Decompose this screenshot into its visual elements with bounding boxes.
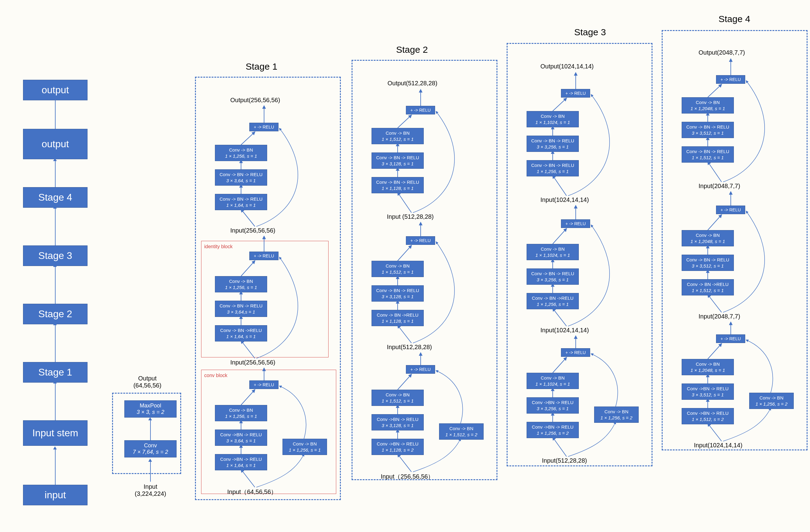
stage4-output: Output(2048,7,7) (699, 49, 745, 56)
s1-b3-c3: Conv -> BN1 × 1,256, s = 1 (215, 145, 267, 161)
s3-mid1: Input(1024,14,14) (540, 327, 589, 334)
overview-stage1: Stage 1 (23, 362, 87, 383)
s2-b2-c2: Conv -> BN -> RELU3 × 3,128, s = 1 (372, 285, 424, 302)
s1-b2-c1: Conv -> BN ->RELU1 × 1,64, s = 1 (215, 325, 267, 342)
stage3-output: Output(1024,14,14) (540, 63, 594, 70)
overview-input-stem: Input stem (23, 420, 87, 446)
s3-b2-c3: Conv -> BN1 × 1,1024, s = 1 (526, 244, 579, 260)
s1-b1-sc: Conv -> BN1 × 1,256, s = 1 (282, 439, 327, 455)
s2-b3-relu: + -> RELU (406, 106, 435, 114)
s4-b1-c3: Conv -> BN1 × 1,2048, s = 1 (682, 359, 734, 375)
s2-mid2: Input (512,28,28) (387, 213, 434, 220)
s3-mid2: Input(1024,14,14) (540, 196, 589, 203)
stem-output-label: Output (64,56,56) (121, 375, 174, 389)
s2-b2-relu: + -> RELU (406, 236, 435, 245)
s3-input: Input(512,28,28) (542, 457, 587, 464)
s1-b2-c2: Conv -> BN -> RELU3 × 3,64,s = 1 (215, 301, 267, 317)
s3-b1-sc: Conv -> BN1 × 1,256, s = 2 (594, 406, 639, 423)
stage3-title: Stage 3 (574, 27, 606, 37)
s3-b3-relu: + -> RELU (561, 89, 590, 98)
s1-mid2: Input(256,56,56) (230, 227, 275, 234)
s1-b1-c2: Conv ->BN -> RELU3 × 3,64, s = 1 (215, 430, 267, 446)
s4-b3-c2: Conv -> BN -> RELU3 × 3,512, s = 1 (682, 122, 734, 138)
stage2-title: Stage 2 (396, 45, 428, 55)
s4-b2-c1: Conv -> BN ->RELU1 × 1,512, s = 1 (682, 279, 734, 296)
stage1-output: Output(256,56,56) (230, 97, 280, 104)
s1-mid1: Input(256,56,56) (230, 359, 275, 366)
s2-b1-c2: Conv ->BN -> RELU3 × 3,128, s = 1 (372, 414, 424, 430)
s4-b1-c1: Conv ->BN -> RELU1 × 1,512, s = 2 (682, 408, 734, 424)
s2-b3-c3: Conv -> BN1 × 1,512, s = 1 (372, 128, 424, 144)
s4-b1-sc: Conv -> BN1 × 1,256, s = 2 (749, 393, 794, 409)
s1-b1-relu: + -> RELU (249, 380, 278, 389)
s4-mid2: Input(2048,7,7) (699, 183, 740, 189)
s4-b3-c1: Conv -> BN -> RELU1 × 1,512, s = 1 (682, 146, 734, 163)
s4-b3-c3: Conv -> BN1 × 1,2048, s = 1 (682, 97, 734, 114)
s4-b1-relu: + -> RELU (716, 334, 745, 343)
s3-b2-c2: Conv -> BN -> RELU3 × 3,256, s = 1 (526, 268, 579, 285)
s1-b3-c2: Conv -> BN -> RELU3 × 3,64, s = 1 (215, 169, 267, 186)
s2-b1-relu: + -> RELU (406, 365, 435, 374)
stem-conv: Conv7 × 7,64, s = 2 (124, 440, 177, 458)
s4-b1-c2: Conv ->BN -> RELU3 × 3,512, s = 1 (682, 383, 734, 400)
s1-b3-relu: + -> RELU (249, 123, 278, 131)
stage2-output: Output(512,28,28) (388, 80, 437, 87)
s1-b2-relu: + -> RELU (249, 252, 278, 260)
s2-b3-c1: Conv -> BN -> RELU1 × 1,128, s = 1 (372, 177, 424, 193)
s3-b1-c1: Conv ->BN -> RELU1 × 1,256, s = 2 (526, 422, 579, 438)
s4-b2-c2: Conv -> BN -> RELU3 × 3,512, s = 1 (682, 255, 734, 271)
s3-b1-relu: + -> RELU (561, 348, 590, 357)
s3-b3-c3: Conv -> BN1 × 1,1024, s = 1 (526, 111, 579, 127)
s4-input: Input(1024,14,14) (694, 442, 743, 449)
s4-b2-relu: + -> RELU (716, 205, 745, 214)
overview-stage3: Stage 3 (23, 246, 87, 266)
overview-stage4: Stage 4 (23, 187, 87, 208)
stem-maxpool: MaxPool3 × 3, s = 2 (124, 400, 177, 418)
s4-mid1: Input(2048,7,7) (699, 313, 740, 320)
s1-b2-c3: Conv -> BN1 × 1,256, s = 1 (215, 276, 267, 293)
stem-input-label: Input (3,224,224) (124, 483, 177, 497)
stage1-title: Stage 1 (246, 61, 277, 72)
s2-b1-sc: Conv -> BN1 × 1,512, s = 2 (439, 423, 484, 440)
s3-b1-c3: Conv -> BN1 × 1,1024, s = 1 (526, 373, 579, 389)
overview-output: output (23, 129, 87, 159)
s4-b2-c3: Conv -> BN1 × 1,2048, s = 1 (682, 230, 734, 246)
s1-b1-c3: Conv -> BN1 × 1,256, s = 1 (215, 405, 267, 421)
s2-b1-c3: Conv -> BN1 × 1,512, s = 1 (372, 389, 424, 406)
s2-mid1: Input(512,28,28) (387, 344, 432, 351)
overview-stage2: Stage 2 (23, 304, 87, 324)
s2-b1-c1: Conv ->BN -> RELU1 × 1,128, s = 2 (372, 439, 424, 455)
s3-b1-c2: Conv ->BN -> RELU3 × 3,256, s = 1 (526, 397, 579, 414)
overview-input: input (23, 485, 87, 505)
s4-b3-relu: + -> RELU (716, 75, 745, 84)
s2-b2-c3: Conv -> BN1 × 1,512, s = 1 (372, 261, 424, 277)
s2-b3-c2: Conv -> BN -> RELU3 × 3,128, s = 1 (372, 152, 424, 169)
s3-b3-c1: Conv -> BN -> RELU1 × 1,256, s = 1 (526, 160, 579, 177)
s3-b2-relu: + -> RELU (561, 219, 590, 228)
s2-b2-c1: Conv -> BN ->RELU1 × 1,128, s = 1 (372, 310, 424, 326)
s1-b1-c1: Conv ->BN -> RELU1 × 1,64, s = 1 (215, 454, 267, 470)
stage1-identity-label: identity block (204, 244, 233, 249)
s3-b3-c2: Conv -> BN -> RELU3 × 3,256, s = 1 (526, 136, 579, 152)
s1-input: Input（64,56,56） (227, 488, 277, 496)
stage1-conv-label: conv block (204, 373, 228, 378)
s1-b3-c1: Conv -> BN -> RELU1 × 1,64, s = 1 (215, 194, 267, 210)
stage4-title: Stage 4 (718, 14, 750, 24)
s2-input: Input（256,56,56） (381, 472, 434, 481)
s3-b2-c1: Conv -> BN ->RELU1 × 1,256, s = 1 (526, 293, 579, 309)
